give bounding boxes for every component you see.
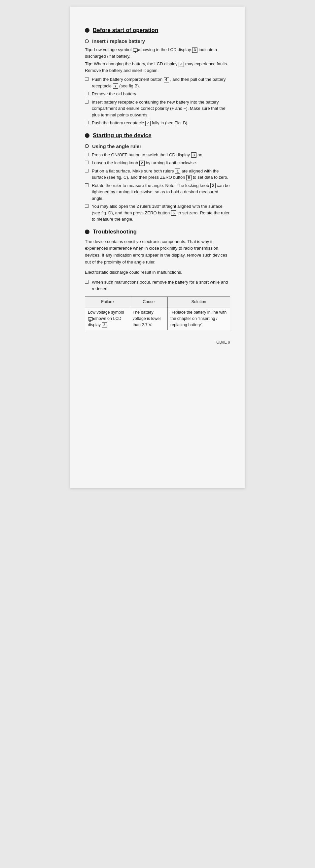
tip-2: Tip: When changing the battery, the LCD … <box>85 61 230 73</box>
tip-2-ref3: 3 <box>179 62 184 67</box>
bullet-circle-3 <box>85 229 89 234</box>
failure-table: Failure Cause Solution Low voltage symbo… <box>85 297 230 330</box>
tip-label-1: Tip: <box>85 47 93 52</box>
cell-failure: Low voltage symbol shown on LCD display … <box>85 307 130 330</box>
tip-1-text-before: Low voltage symbol <box>94 47 133 52</box>
trouble-step-1: When such malfunctions occur, remove the… <box>85 279 230 292</box>
section-angle-ruler: Using the angle ruler <box>85 144 230 149</box>
angle-ruler-heading: Using the angle ruler <box>92 144 141 149</box>
ref-6b: 6 <box>171 210 176 216</box>
checkbox-4 <box>85 121 88 124</box>
tip-1-text-mid: showing in the LCD display <box>139 47 192 52</box>
ref-4: 4 <box>164 77 169 83</box>
section-before-start: Before start of operation <box>85 27 230 34</box>
battery-icon-1 <box>133 49 138 52</box>
ref-7b: 7 <box>145 121 150 126</box>
battery-step-1: Push the battery compartment button 4 , … <box>85 76 230 89</box>
table-header-row: Failure Cause Solution <box>85 297 230 307</box>
battery-step-2-text: Remove the old battery. <box>92 91 137 97</box>
cell-solution: Replace the battery in line with the cha… <box>167 307 230 330</box>
battery-step-4-text: Push the battery receptacle 7 fully in (… <box>92 120 189 126</box>
ref-3a: 3 <box>191 152 197 158</box>
battery-icon-table <box>88 317 93 320</box>
insert-battery-heading: Insert / replace battery <box>92 38 145 44</box>
trouble-steps-list: When such malfunctions occur, remove the… <box>85 279 230 292</box>
checkbox-3 <box>85 100 88 103</box>
battery-step-3: Insert battery receptacle containing the… <box>85 99 230 118</box>
ref-2a: 2 <box>139 161 145 166</box>
col-cause: Cause <box>130 297 167 307</box>
section-starting-up: Starting up the device <box>85 132 230 139</box>
ref-6a: 6 <box>186 175 192 180</box>
col-failure: Failure <box>85 297 130 307</box>
angle-steps-list: Press the ON/OFF button to switch the LC… <box>85 152 230 223</box>
battery-step-3-text: Insert battery receptacle containing the… <box>92 99 230 118</box>
tip-1-ref3: 3 <box>192 48 197 53</box>
ref-7a: 7 <box>113 84 118 89</box>
angle-step-4-text: Rotate the ruler to measure the angle. N… <box>92 182 230 202</box>
footer-text: GB/IE 9 <box>216 340 230 345</box>
checkbox-a2 <box>85 161 88 164</box>
trouble-para-1: The device contains sensitive electronic… <box>85 239 230 266</box>
before-start-heading: Before start of operation <box>93 27 158 34</box>
checkbox-1 <box>85 77 88 81</box>
tip-1: Tip: Low voltage symbol showing in the L… <box>85 46 230 59</box>
checkbox-2 <box>85 92 88 95</box>
table-row: Low voltage symbol shown on LCD display … <box>85 307 230 330</box>
troubleshooting-heading: Troubleshooting <box>93 228 137 235</box>
angle-step-1: Press the ON/OFF button to switch the LC… <box>85 152 230 158</box>
starting-up-heading: Starting up the device <box>93 132 151 139</box>
checkbox-t1 <box>85 280 88 284</box>
angle-step-3-text: Put on a flat surface. Make sure both ru… <box>92 168 230 181</box>
angle-step-3: Put on a flat surface. Make sure both ru… <box>85 168 230 181</box>
checkbox-a1 <box>85 153 88 156</box>
battery-steps-list: Push the battery compartment button 4 , … <box>85 76 230 126</box>
ref-3-table: 3 <box>102 322 107 328</box>
cell-cause: The battery voltage is lower than 2.7 V. <box>130 307 167 330</box>
checkbox-a4 <box>85 183 88 187</box>
col-solution: Solution <box>167 297 230 307</box>
tip-2-text-before: When changing the battery, the LCD displ… <box>94 61 179 66</box>
bullet-circle <box>85 28 89 33</box>
section-troubleshooting: Troubleshooting <box>85 228 230 235</box>
angle-step-2: Loosen the locking knob 2 by turning it … <box>85 160 230 166</box>
trouble-step-1-text: When such malfunctions occur, remove the… <box>92 279 230 292</box>
checkbox-a5 <box>85 204 88 208</box>
checkbox-a3 <box>85 169 88 173</box>
ref-1a: 1 <box>175 168 180 174</box>
bullet-circle-2 <box>85 133 89 138</box>
angle-step-5-text: You may also open the 2 rulers 180° stra… <box>92 203 230 223</box>
trouble-para-2: Electrostatic discharge could result in … <box>85 269 230 276</box>
tip-label-2: Tip: <box>85 61 93 66</box>
bullet-circle-outline <box>85 39 89 43</box>
angle-step-5: You may also open the 2 rulers 180° stra… <box>85 203 230 223</box>
bullet-circle-outline-2 <box>85 144 89 148</box>
angle-step-4: Rotate the ruler to measure the angle. N… <box>85 182 230 202</box>
battery-step-1-text: Push the battery compartment button 4 , … <box>92 76 230 89</box>
page: Before start of operation Insert / repla… <box>70 7 245 488</box>
battery-step-4: Push the battery receptacle 7 fully in (… <box>85 120 230 126</box>
footer: GB/IE 9 <box>85 340 230 345</box>
angle-step-2-text: Loosen the locking knob 2 by turning it … <box>92 160 197 166</box>
angle-step-1-text: Press the ON/OFF button to switch the LC… <box>92 152 203 158</box>
battery-step-2: Remove the old battery. <box>85 91 230 97</box>
section-insert-battery: Insert / replace battery <box>85 38 230 44</box>
ref-2b: 2 <box>210 183 216 188</box>
